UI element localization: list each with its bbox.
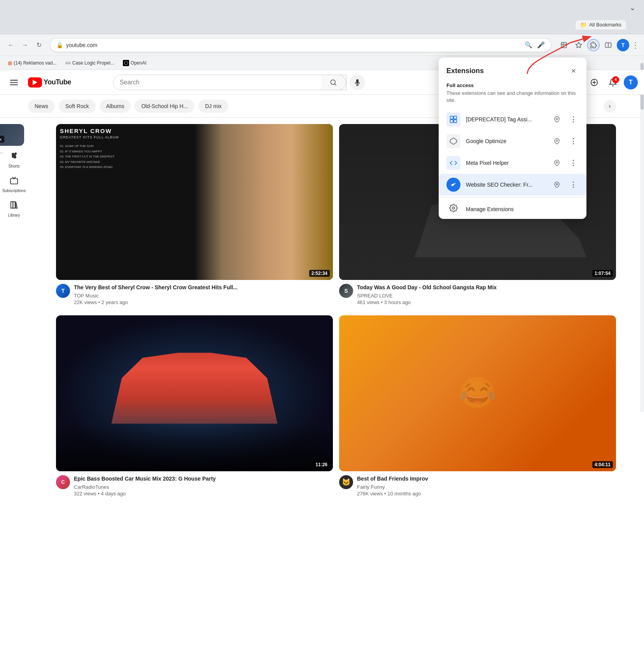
yt-search-area [93, 75, 365, 90]
friends-video-title: Best of Bad Friends Improv [357, 475, 616, 483]
ext-more-meta-pixel[interactable]: ⋮ [568, 157, 579, 168]
bookmark-favicon-reklamos: ▦ [8, 60, 12, 66]
ext-icon-seo [446, 178, 460, 192]
today-video-info: S Today Was A Good Day - Old School Gang… [339, 280, 616, 310]
sidebar-item-subscriptions[interactable]: Subscriptions [1, 173, 27, 196]
youtube-logo[interactable]: YouTube [28, 77, 71, 87]
chip-news[interactable]: News [28, 100, 55, 113]
chip-djmix[interactable]: DJ mix [198, 100, 228, 113]
ext-more-seo-checker[interactable]: ⋮ [568, 179, 579, 190]
back-button[interactable]: ← [5, 39, 17, 51]
today-avatar-letter: S [339, 284, 353, 298]
ext-more-deprecated-tag[interactable]: ⋮ [568, 114, 579, 125]
open-new-tab-button[interactable] [558, 39, 570, 51]
car-channel-avatar: C [56, 475, 70, 489]
address-bar[interactable]: 🔒 youtube.com 🔍 🎤 [50, 38, 551, 52]
bookmark-openai[interactable]: ⬡ OpenAI [120, 58, 150, 68]
ext-pin-google-optimize[interactable] [551, 136, 562, 147]
today-video-stats: 461 views • 3 hours ago [357, 299, 616, 305]
refresh-button[interactable]: ↻ [33, 39, 45, 51]
ext-item-google-optimize[interactable]: Google Optimize ⋮ [439, 130, 586, 152]
bookmark-caselogic[interactable]: ≡≡ Case Logic Propel... [62, 59, 117, 67]
extensions-close-button[interactable]: ✕ [568, 65, 579, 76]
bookmark-reklamos[interactable]: ▦ (14) Reklamos vad... [5, 59, 60, 67]
subscriptions-icon [10, 176, 18, 187]
browser-profile-avatar[interactable]: T [617, 39, 629, 51]
sheryl-artist-name: SHERYL CROW [60, 128, 119, 135]
friends-bg-char: 😂 [458, 375, 497, 411]
video-thumbnail-friends: 😂 4:04:11 [339, 315, 616, 471]
ext-more-google-optimize[interactable]: ⋮ [568, 136, 579, 147]
bookmarks-tab[interactable]: 📁 All Bookmarks [576, 20, 626, 30]
gear-icon [446, 204, 460, 214]
ext-item-deprecated-tag[interactable]: [DEPRECATED] Tag Assi... ⋮ [439, 108, 586, 130]
svg-rect-6 [10, 84, 18, 85]
address-bar-icons: 🔍 🎤 [525, 41, 545, 49]
yt-notifications-button[interactable]: 4 [605, 75, 621, 90]
sheryl-video-title: The Very Best of Sheryl Crow - Sheryl Cr… [74, 284, 333, 292]
sheryl-channel-avatar: T [56, 284, 70, 298]
friends-video-info: 🐱 Best of Bad Friends Improv Fairly Funn… [339, 471, 616, 501]
chip-oldschool[interactable]: Old-School Hip H... [135, 100, 194, 113]
sheryl-photo [194, 124, 333, 280]
bookmark-favicon-caselogic: ≡≡ [65, 60, 71, 66]
chevron-down-icon[interactable]: ⌄ [627, 2, 638, 13]
car-thumb-bg [56, 315, 333, 471]
today-video-title: Today Was A Good Day - Old School Gangst… [357, 284, 616, 292]
svg-rect-18 [454, 120, 457, 123]
svg-rect-16 [454, 116, 457, 119]
video-thumbnail-sheryl: SHERYL CROW GREATEST HITS FULL ALBUM 01.… [56, 124, 333, 280]
hamburger-menu-button[interactable] [6, 75, 22, 90]
video-card-friends[interactable]: 😂 4:04:11 🐱 Best of Bad Friends Improv F… [339, 315, 616, 500]
bookmark-openai-label: OpenAI [131, 60, 147, 66]
video-card-car[interactable]: 11:26 C Epic Bass Boosted Car Music Mix … [56, 315, 333, 500]
video-card-sheryl[interactable]: SHERYL CROW GREATEST HITS FULL ALBUM 01.… [56, 124, 333, 309]
svg-point-7 [331, 80, 336, 84]
scrollbar-track [640, 62, 644, 412]
extensions-button[interactable] [587, 39, 600, 51]
sidebar-item-library[interactable]: Library [1, 198, 27, 220]
chip-albums[interactable]: Albums [100, 100, 131, 113]
bookmark-star-button[interactable] [572, 39, 585, 51]
browser-more-button[interactable]: ⋮ [632, 40, 639, 50]
chip-soft-rock[interactable]: Soft Rock [59, 100, 96, 113]
ext-manage-label: Manage Extensions [466, 206, 514, 212]
ext-name-meta-pixel: Meta Pixel Helper [466, 160, 546, 166]
ext-pin-deprecated-tag[interactable] [551, 114, 562, 125]
svg-rect-14 [10, 178, 18, 184]
chips-next-button[interactable]: › [604, 100, 616, 112]
sheryl-avatar-letter: T [56, 284, 70, 298]
today-channel-name: SPREAD LOVE [357, 293, 616, 299]
ext-item-meta-pixel[interactable]: Meta Pixel Helper ⋮ [439, 152, 586, 174]
sidebar-library-label: Library [8, 213, 20, 217]
yt-search-input[interactable] [114, 75, 321, 90]
partial-thumb-bg [0, 124, 24, 146]
extensions-popup: Extensions ✕ Full access These extension… [439, 58, 586, 219]
svg-rect-15 [450, 116, 453, 119]
search-address-icon: 🔍 [525, 41, 532, 49]
mix-badge: Mix [0, 137, 2, 142]
ext-pin-seo-checker[interactable] [551, 179, 562, 190]
yt-voice-search-button[interactable] [350, 75, 365, 90]
svg-rect-0 [561, 42, 567, 48]
friends-channel-avatar: 🐱 [339, 475, 353, 489]
ext-icon-meta [446, 156, 460, 170]
library-icon [10, 201, 18, 212]
extensions-section-desc: These extensions can see and change info… [439, 90, 586, 108]
ext-item-seo-checker[interactable]: Website SEO Checker: Fr... ⋮ [439, 174, 586, 196]
yt-search-button[interactable] [321, 75, 346, 90]
extensions-popup-header: Extensions ✕ [439, 58, 586, 79]
split-screen-button[interactable] [602, 39, 614, 51]
forward-button[interactable]: → [19, 39, 31, 51]
ext-pin-meta-pixel[interactable] [551, 157, 562, 168]
notification-count-badge: 4 [612, 76, 619, 83]
ext-name-seo-checker: Website SEO Checker: Fr... [466, 182, 546, 188]
friends-duration: 4:04:11 [592, 461, 613, 468]
friends-channel-name: Fairly Funny [357, 484, 616, 490]
yt-create-button[interactable] [586, 75, 602, 90]
yt-search-bar[interactable] [113, 75, 346, 90]
ext-manage-extensions-button[interactable]: Manage Extensions [439, 199, 586, 219]
nav-icons: ← → ↻ [5, 39, 45, 51]
yt-profile-avatar[interactable]: T [624, 75, 638, 89]
browser-toolbar: T ⋮ [558, 39, 639, 51]
